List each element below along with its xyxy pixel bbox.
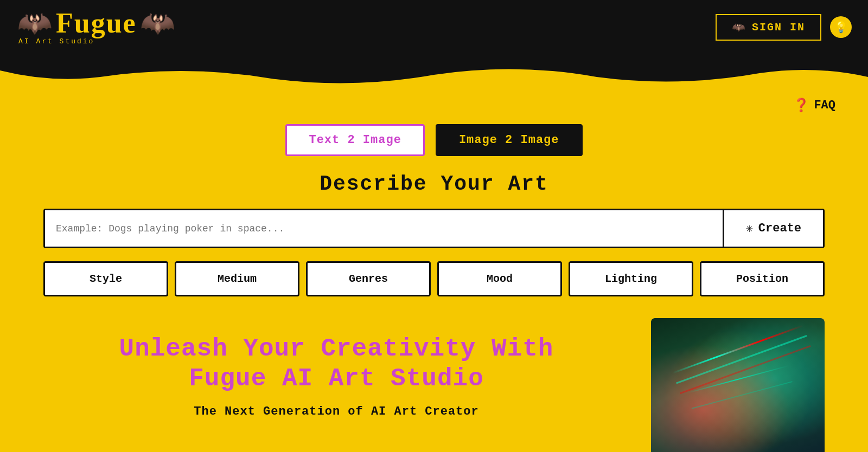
main-content: ❓ FAQ Text 2 Image Image 2 Image Describ… <box>0 87 868 452</box>
tab-text2image[interactable]: Text 2 Image <box>285 124 424 156</box>
bottom-text: Unleash Your Creativity With Fugue AI Ar… <box>43 318 629 418</box>
unleash-title: Unleash Your Creativity With Fugue AI Ar… <box>43 334 629 394</box>
sign-in-label: SIGN IN <box>752 21 805 34</box>
bat-icon: 🦇 <box>16 9 53 37</box>
search-input[interactable] <box>45 210 723 247</box>
faq-area: ❓ FAQ <box>0 98 868 113</box>
faq-icon: ❓ <box>793 98 809 113</box>
wave-separator <box>0 54 868 87</box>
filter-lighting[interactable]: Lighting <box>569 261 693 296</box>
image-preview <box>651 318 825 452</box>
faq-label: FAQ <box>814 99 835 112</box>
filter-row: Style Medium Genres Mood Lighting Positi… <box>43 261 825 296</box>
car-visual <box>651 318 825 452</box>
unleash-line2: Fugue AI Art Studio <box>189 365 484 393</box>
bat-icon-2: 🦇 <box>140 9 176 37</box>
filter-mood[interactable]: Mood <box>437 261 562 296</box>
filter-position[interactable]: Position <box>700 261 825 296</box>
logo-title: 🦇 Fugue 🦇 <box>16 9 176 37</box>
logo-area: 🦇 Fugue 🦇 AI Art Studio <box>16 9 176 46</box>
filter-style[interactable]: Style <box>43 261 168 296</box>
page-title: Describe Your Art <box>0 172 868 196</box>
subtitle-text: The Next Generation of AI Art Creator <box>43 405 629 418</box>
create-label: Create <box>758 222 801 235</box>
sign-in-button[interactable]: 🦇 SIGN IN <box>716 14 821 41</box>
wand-icon: ✳ <box>746 221 753 236</box>
filter-genres[interactable]: Genres <box>306 261 431 296</box>
filter-medium[interactable]: Medium <box>175 261 299 296</box>
search-area: ✳ Create <box>43 209 825 248</box>
create-button[interactable]: ✳ Create <box>723 210 823 247</box>
tab-row: Text 2 Image Image 2 Image <box>0 124 868 156</box>
header: 🦇 Fugue 🦇 AI Art Studio 🦇 SIGN IN 💡 <box>0 0 868 54</box>
unleash-line1: Unleash Your Creativity With <box>119 335 554 363</box>
sign-in-icon: 🦇 <box>732 21 746 34</box>
logo-text: Fugue <box>56 9 137 37</box>
bottom-section: Unleash Your Creativity With Fugue AI Ar… <box>43 318 825 452</box>
header-right: 🦇 SIGN IN 💡 <box>716 14 852 41</box>
faq-button[interactable]: ❓ FAQ <box>793 98 835 113</box>
tab-image2image[interactable]: Image 2 Image <box>436 124 583 156</box>
notification-button[interactable]: 💡 <box>830 16 852 38</box>
notification-icon: 💡 <box>834 21 848 34</box>
